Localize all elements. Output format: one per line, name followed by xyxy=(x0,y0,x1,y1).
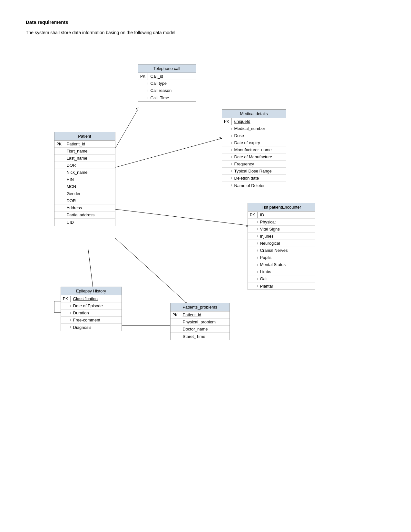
eh-pk-field: Classification xyxy=(71,295,122,302)
fpe-field-7: Mental Status xyxy=(248,261,315,268)
fpe-field-6: Pupils xyxy=(248,254,315,261)
medical-details-entity: Medical details PK uniqueId Medical_numb… xyxy=(222,109,286,189)
p-field-6: MCN xyxy=(54,183,115,190)
fpe-field-10: Plantar xyxy=(248,282,315,290)
section-title: Data requirements xyxy=(26,19,385,25)
md-field-8: Deletion date xyxy=(222,175,286,182)
medical-details-header: Medical details xyxy=(222,110,286,118)
p-field-4: Nick_name xyxy=(54,169,115,176)
p-field-1: Fisrt_name xyxy=(54,148,115,155)
telephone-call-header: Telephone call xyxy=(138,64,196,73)
p-field-2: Last_name xyxy=(54,155,115,162)
eh-field-3: Free-comment xyxy=(61,317,122,324)
p-field-10: Partial address xyxy=(54,212,115,219)
pp-pk-field: Patient_id xyxy=(180,311,230,318)
patient-entity: Patient PK Patient_id Fisrt_name Last_na… xyxy=(54,132,115,226)
fpe-header: Fist patientEncounter xyxy=(248,203,315,212)
svg-line-14 xyxy=(115,238,186,303)
pp-field-2: Doctor_name xyxy=(171,326,230,333)
diagram-container: Telephone call PK Call_id Call type Call… xyxy=(28,45,383,464)
fpe-field-8: Limbs xyxy=(248,268,315,275)
eh-field-4: Diagnosis xyxy=(61,324,122,331)
md-field-5: Date of Manufacture xyxy=(222,153,286,161)
connector-lines xyxy=(28,45,383,464)
p-field-3: DOR xyxy=(54,162,115,169)
eh-pk-row: PK Classification xyxy=(61,295,122,302)
patients-problems-entity: Patients_problems PK Patient_id Physical… xyxy=(170,303,230,340)
eh-field-1: Date of Episode xyxy=(61,302,122,310)
telephone-call-pk-field: Call_id xyxy=(148,73,196,80)
svg-line-0 xyxy=(115,109,138,148)
telephone-call-field-3: Call_Time xyxy=(138,94,196,101)
p-field-5: HIN xyxy=(54,176,115,183)
md-field-6: Frequency xyxy=(222,161,286,168)
p-field-8: DOR xyxy=(54,197,115,204)
pk-label: PK xyxy=(171,312,180,318)
fist-patient-encounter-entity: Fist patientEncounter PK ID Physica: Vit… xyxy=(248,203,315,290)
md-field-7: Typical Dose Range xyxy=(222,168,286,175)
pp-pk-row: PK Patient_id xyxy=(171,311,230,319)
svg-line-7 xyxy=(115,209,248,225)
intro-text: The system shall store data information … xyxy=(26,30,385,35)
pp-header: Patients_problems xyxy=(171,303,230,311)
medical-details-pk-field: uniqueId xyxy=(232,118,286,125)
fpe-pk-field: ID xyxy=(258,212,315,218)
fpe-field-9: Gait xyxy=(248,275,315,282)
md-field-3: Date of expiry xyxy=(222,139,286,146)
eh-header: Epilepsy History xyxy=(61,287,122,295)
fpe-field-3: Injuries xyxy=(248,233,315,240)
svg-line-2 xyxy=(136,108,139,110)
telephone-call-pk-row: PK Call_id xyxy=(138,73,196,80)
telephone-call-field-1: Call type xyxy=(138,80,196,87)
pk-label: PK xyxy=(61,296,71,302)
p-field-11: UID xyxy=(54,219,115,226)
patient-pk-row: PK Patient_id xyxy=(54,141,115,148)
pp-field-1: Physical_problem xyxy=(171,319,230,326)
telephone-call-field-2: Call reason xyxy=(138,87,196,94)
medical-details-pk-row: PK uniqueId xyxy=(222,118,286,125)
svg-line-5 xyxy=(220,137,222,138)
telephone-call-entity: Telephone call PK Call_id Call type Call… xyxy=(138,64,196,102)
epilepsy-history-entity: Epilepsy History PK Classification Date … xyxy=(61,287,122,331)
svg-line-3 xyxy=(115,138,222,167)
svg-line-10 xyxy=(88,248,93,287)
pk-label: PK xyxy=(248,212,258,218)
pk-label: PK xyxy=(138,73,148,80)
md-field-4: Manufacturer_name xyxy=(222,146,286,153)
pp-field-3: Staret_Time xyxy=(171,333,230,340)
fpe-field-4: Neurogical xyxy=(248,240,315,247)
patient-pk-field: Patient_id xyxy=(64,141,115,147)
eh-field-2: Duration xyxy=(61,310,122,317)
fpe-field-5: Cranial Nerves xyxy=(248,247,315,254)
pk-label: PK xyxy=(54,141,64,147)
svg-line-1 xyxy=(136,107,139,109)
pk-label: PK xyxy=(222,118,232,125)
p-field-9: Address xyxy=(54,204,115,212)
p-field-7: Gender xyxy=(54,190,115,197)
fpe-pk-row: PK ID xyxy=(248,212,315,219)
md-field-2: Dose xyxy=(222,132,286,139)
fpe-field-1: Physica: xyxy=(248,219,315,226)
md-field-1: Medical_number xyxy=(222,125,286,132)
md-field-9: Name of Deleter xyxy=(222,182,286,189)
patient-header: Patient xyxy=(54,132,115,141)
fpe-field-2: Vital Signs xyxy=(248,226,315,233)
svg-line-6 xyxy=(220,138,222,139)
